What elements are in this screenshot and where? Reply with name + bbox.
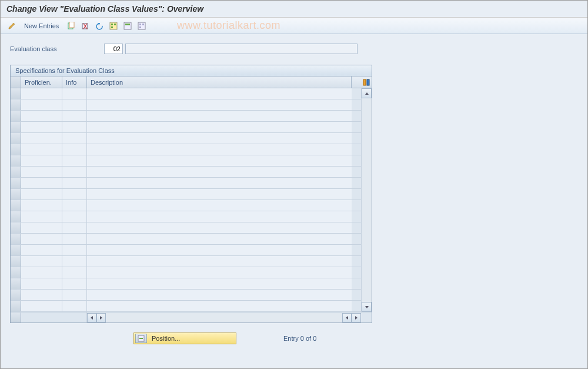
cell-proficiency[interactable] — [21, 200, 62, 211]
row-selector[interactable] — [11, 122, 21, 132]
row-selector[interactable] — [11, 301, 21, 311]
cell-description[interactable] — [87, 211, 352, 222]
table-row[interactable] — [11, 278, 361, 290]
row-selector[interactable] — [11, 200, 21, 211]
cell-proficiency[interactable] — [21, 267, 62, 278]
row-selector[interactable] — [11, 256, 21, 267]
header-selector[interactable] — [11, 77, 21, 88]
select-block-icon[interactable] — [122, 21, 133, 31]
table-row[interactable] — [11, 301, 361, 312]
cell-info[interactable] — [62, 256, 87, 267]
cell-description[interactable] — [87, 133, 352, 144]
table-row[interactable] — [11, 122, 361, 133]
row-selector[interactable] — [11, 167, 21, 177]
row-selector[interactable] — [11, 144, 21, 155]
row-selector[interactable] — [11, 290, 21, 300]
cell-proficiency[interactable] — [21, 256, 62, 267]
cell-description[interactable] — [87, 222, 352, 233]
copy-icon[interactable] — [66, 21, 76, 31]
column-proficiency[interactable]: Proficien. — [21, 77, 62, 88]
cell-description[interactable] — [87, 144, 352, 155]
cell-info[interactable] — [62, 267, 87, 278]
evaluation-class-input[interactable] — [104, 44, 123, 54]
cell-description[interactable] — [87, 167, 352, 177]
cell-description[interactable] — [87, 267, 352, 278]
cell-description[interactable] — [87, 301, 352, 311]
row-selector[interactable] — [11, 222, 21, 233]
cell-proficiency[interactable] — [21, 245, 62, 255]
vertical-scrollbar[interactable] — [361, 88, 372, 312]
cell-description[interactable] — [87, 189, 352, 200]
row-selector[interactable] — [11, 178, 21, 188]
table-row[interactable] — [11, 178, 361, 189]
column-description[interactable]: Description — [87, 77, 352, 88]
cell-proficiency[interactable] — [21, 290, 62, 300]
cell-info[interactable] — [62, 178, 87, 188]
table-row[interactable] — [11, 133, 361, 144]
row-selector[interactable] — [11, 111, 21, 121]
cell-description[interactable] — [87, 155, 352, 166]
undo-icon[interactable] — [94, 21, 105, 31]
cell-info[interactable] — [62, 234, 87, 244]
edit-icon[interactable] — [6, 21, 17, 31]
evaluation-class-desc-input[interactable] — [125, 44, 358, 54]
scroll-left2-icon[interactable] — [342, 313, 352, 323]
cell-info[interactable] — [62, 133, 87, 144]
delete-icon[interactable] — [80, 21, 91, 31]
cell-description[interactable] — [87, 290, 352, 300]
horizontal-scrollbar[interactable] — [11, 312, 372, 323]
table-row[interactable] — [11, 234, 361, 245]
cell-description[interactable] — [87, 111, 352, 121]
cell-proficiency[interactable] — [21, 133, 62, 144]
cell-info[interactable] — [62, 88, 87, 99]
table-row[interactable] — [11, 256, 361, 267]
scroll-down-icon[interactable] — [362, 302, 372, 312]
cell-info[interactable] — [62, 155, 87, 166]
cell-info[interactable] — [62, 167, 87, 177]
cell-info[interactable] — [62, 222, 87, 233]
table-row[interactable] — [11, 99, 361, 111]
row-selector[interactable] — [11, 267, 21, 278]
row-selector[interactable] — [11, 278, 21, 289]
cell-proficiency[interactable] — [21, 99, 62, 110]
cell-description[interactable] — [87, 178, 352, 188]
table-row[interactable] — [11, 211, 361, 222]
table-row[interactable] — [11, 111, 361, 122]
row-selector[interactable] — [11, 99, 21, 110]
deselect-all-icon[interactable] — [136, 21, 147, 31]
select-all-icon[interactable] — [108, 21, 119, 31]
table-row[interactable] — [11, 245, 361, 256]
cell-proficiency[interactable] — [21, 155, 62, 166]
cell-proficiency[interactable] — [21, 144, 62, 155]
row-selector[interactable] — [11, 234, 21, 244]
column-info[interactable]: Info — [62, 77, 87, 88]
cell-proficiency[interactable] — [21, 111, 62, 121]
scroll-up-icon[interactable] — [362, 88, 372, 98]
cell-description[interactable] — [87, 234, 352, 244]
row-selector[interactable] — [11, 133, 21, 144]
table-row[interactable] — [11, 144, 361, 155]
cell-info[interactable] — [62, 211, 87, 222]
cell-proficiency[interactable] — [21, 189, 62, 200]
table-row[interactable] — [11, 290, 361, 301]
cell-proficiency[interactable] — [21, 222, 62, 233]
cell-proficiency[interactable] — [21, 88, 62, 99]
table-row[interactable] — [11, 88, 361, 99]
cell-proficiency[interactable] — [21, 211, 62, 222]
table-row[interactable] — [11, 267, 361, 278]
scrollbar-track[interactable] — [362, 98, 372, 302]
cell-info[interactable] — [62, 111, 87, 121]
cell-info[interactable] — [62, 290, 87, 300]
cell-info[interactable] — [62, 122, 87, 132]
cell-description[interactable] — [87, 278, 352, 289]
table-row[interactable] — [11, 189, 361, 200]
cell-description[interactable] — [87, 88, 352, 99]
row-selector[interactable] — [11, 189, 21, 200]
cell-info[interactable] — [62, 99, 87, 110]
position-button[interactable]: Position... — [133, 333, 236, 344]
cell-proficiency[interactable] — [21, 167, 62, 177]
row-selector[interactable] — [11, 88, 21, 99]
cell-proficiency[interactable] — [21, 301, 62, 311]
cell-proficiency[interactable] — [21, 234, 62, 244]
cell-description[interactable] — [87, 256, 352, 267]
